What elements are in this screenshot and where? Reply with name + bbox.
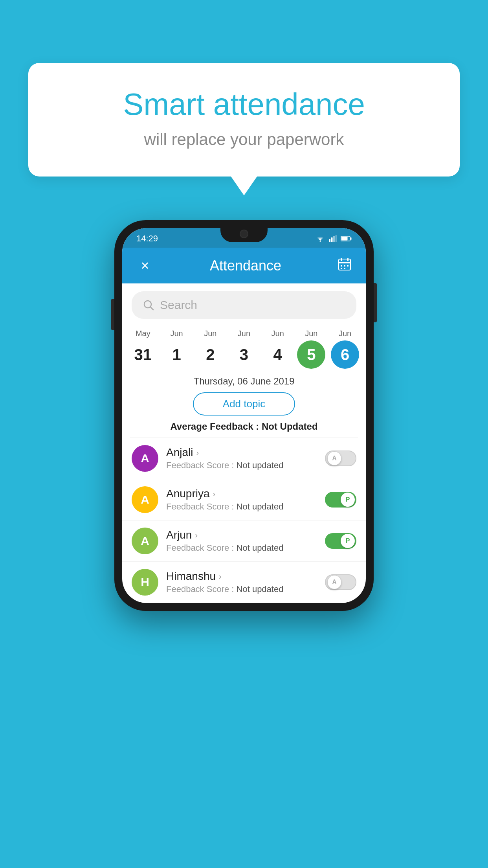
feedback-value: Not updated bbox=[237, 502, 284, 511]
student-name: Arjun › bbox=[166, 529, 325, 541]
student-avatar: A bbox=[132, 445, 158, 472]
avg-feedback: Average Feedback : Not Updated bbox=[122, 421, 366, 432]
attendance-toggle[interactable]: P bbox=[325, 533, 356, 549]
toggle-knob: A bbox=[327, 575, 341, 589]
avg-feedback-value: Not Updated bbox=[262, 421, 318, 432]
svg-rect-6 bbox=[341, 237, 348, 241]
svg-rect-14 bbox=[347, 265, 349, 267]
svg-line-18 bbox=[150, 307, 153, 310]
bubble-subtitle: will replace your paperwork bbox=[60, 130, 428, 149]
calendar-day[interactable]: Jun5 bbox=[296, 329, 327, 369]
calendar-icon[interactable] bbox=[338, 257, 352, 274]
toggle-knob: P bbox=[341, 534, 355, 548]
calendar-row: May31Jun1Jun2Jun3Jun4Jun5Jun6 bbox=[122, 323, 366, 369]
signal-icon bbox=[329, 235, 337, 242]
svg-rect-2 bbox=[331, 237, 333, 242]
cal-date-number: 1 bbox=[163, 340, 191, 369]
calendar-day[interactable]: Jun1 bbox=[161, 329, 192, 369]
header-title: Attendance bbox=[210, 257, 281, 274]
wifi-icon bbox=[316, 235, 325, 242]
cal-date-number: 4 bbox=[264, 340, 292, 369]
toggle-switch[interactable]: A bbox=[325, 451, 356, 466]
svg-rect-9 bbox=[339, 262, 350, 263]
phone-camera bbox=[240, 230, 248, 238]
attendance-toggle[interactable]: A bbox=[325, 574, 356, 590]
close-button[interactable]: × bbox=[136, 257, 154, 274]
svg-rect-3 bbox=[333, 236, 335, 242]
student-list: AAnjali ›Feedback Score : Not updatedAAA… bbox=[122, 438, 366, 603]
feedback-value: Not updated bbox=[237, 460, 284, 470]
student-avatar: A bbox=[132, 486, 158, 513]
student-info: Anupriya ›Feedback Score : Not updated bbox=[166, 487, 325, 512]
status-time: 14:29 bbox=[136, 234, 158, 244]
chevron-right-icon: › bbox=[196, 448, 199, 457]
search-icon bbox=[143, 299, 154, 311]
toggle-knob: A bbox=[327, 451, 341, 465]
cal-month-label: Jun bbox=[272, 329, 284, 338]
student-feedback: Feedback Score : Not updated bbox=[166, 543, 325, 553]
calendar-day[interactable]: Jun4 bbox=[262, 329, 293, 369]
svg-rect-1 bbox=[329, 239, 330, 242]
add-topic-button[interactable]: Add topic bbox=[193, 392, 295, 416]
svg-rect-11 bbox=[347, 258, 349, 261]
phone-frame: 14:29 bbox=[114, 220, 374, 611]
student-avatar: A bbox=[132, 528, 158, 554]
chevron-right-icon: › bbox=[195, 531, 198, 540]
cal-date-number: 3 bbox=[230, 340, 258, 369]
calendar-day[interactable]: Jun2 bbox=[195, 329, 226, 369]
student-info: Arjun ›Feedback Score : Not updated bbox=[166, 529, 325, 553]
student-info: Anjali ›Feedback Score : Not updated bbox=[166, 446, 325, 471]
toggle-switch[interactable]: P bbox=[325, 533, 356, 549]
student-list-item[interactable]: AAnjali ›Feedback Score : Not updatedA bbox=[122, 438, 366, 479]
student-avatar: H bbox=[132, 569, 158, 596]
cal-month-label: Jun bbox=[170, 329, 183, 338]
avg-feedback-label: Average Feedback : bbox=[170, 421, 262, 432]
svg-rect-13 bbox=[344, 265, 345, 267]
chevron-right-icon: › bbox=[219, 572, 222, 581]
phone-screen: 14:29 bbox=[122, 228, 366, 603]
student-list-item[interactable]: AAnupriya ›Feedback Score : Not updatedP bbox=[122, 479, 366, 520]
search-bar[interactable]: Search bbox=[132, 291, 356, 319]
svg-rect-4 bbox=[336, 235, 337, 242]
cal-month-label: Jun bbox=[305, 329, 317, 338]
chevron-right-icon: › bbox=[213, 489, 216, 498]
svg-rect-15 bbox=[341, 268, 342, 269]
student-name: Anjali › bbox=[166, 446, 325, 459]
selected-date-label: Thursday, 06 June 2019 bbox=[122, 376, 366, 387]
cal-date-number: 6 bbox=[331, 340, 359, 369]
toggle-switch[interactable]: A bbox=[325, 574, 356, 590]
app-header: × Attendance bbox=[122, 248, 366, 283]
cal-month-label: Jun bbox=[339, 329, 351, 338]
student-feedback: Feedback Score : Not updated bbox=[166, 502, 325, 512]
student-list-item[interactable]: HHimanshu ›Feedback Score : Not updatedA bbox=[122, 562, 366, 603]
status-icons bbox=[316, 235, 352, 242]
svg-rect-10 bbox=[341, 258, 342, 261]
student-info: Himanshu ›Feedback Score : Not updated bbox=[166, 570, 325, 594]
toggle-switch[interactable]: P bbox=[325, 492, 356, 508]
attendance-toggle[interactable]: A bbox=[325, 451, 356, 466]
phone-body: 14:29 bbox=[114, 220, 374, 611]
calendar-day[interactable]: May31 bbox=[128, 329, 158, 369]
toggle-knob: P bbox=[341, 493, 355, 507]
feedback-value: Not updated bbox=[237, 584, 284, 594]
bubble-title: Smart attendance bbox=[60, 86, 428, 122]
cal-month-label: May bbox=[136, 329, 150, 338]
cal-month-label: Jun bbox=[238, 329, 250, 338]
cal-date-number: 5 bbox=[297, 340, 325, 369]
calendar-day[interactable]: Jun6 bbox=[330, 329, 360, 369]
cal-date-number: 2 bbox=[196, 340, 224, 369]
svg-point-0 bbox=[320, 241, 321, 243]
phone-notch bbox=[220, 228, 268, 242]
svg-rect-7 bbox=[350, 237, 352, 240]
attendance-toggle[interactable]: P bbox=[325, 492, 356, 508]
student-feedback: Feedback Score : Not updated bbox=[166, 460, 325, 471]
cal-month-label: Jun bbox=[204, 329, 216, 338]
search-placeholder: Search bbox=[160, 298, 197, 312]
student-list-item[interactable]: AArjun ›Feedback Score : Not updatedP bbox=[122, 520, 366, 562]
battery-icon bbox=[341, 235, 352, 242]
feedback-value: Not updated bbox=[237, 543, 284, 553]
calendar-day[interactable]: Jun3 bbox=[229, 329, 259, 369]
student-name: Himanshu › bbox=[166, 570, 325, 583]
student-name: Anupriya › bbox=[166, 487, 325, 500]
svg-rect-16 bbox=[344, 268, 345, 269]
